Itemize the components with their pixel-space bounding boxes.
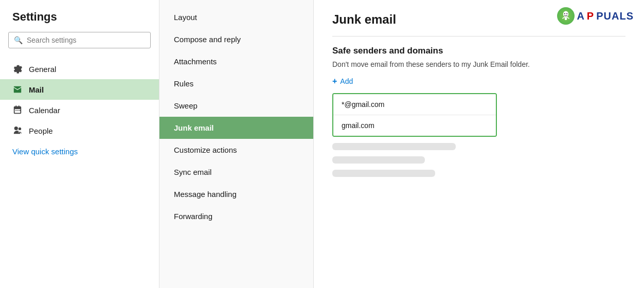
sidebar-label-mail: Mail bbox=[29, 85, 44, 94]
email-list: *@gmail.com gmail.com bbox=[332, 93, 497, 137]
email-entry-0[interactable]: *@gmail.com bbox=[333, 94, 496, 115]
appuals-avatar-icon bbox=[557, 7, 575, 25]
sidebar-label-calendar: Calendar bbox=[29, 106, 60, 115]
main-content: A P PUALS Junk email Safe senders and do… bbox=[314, 0, 644, 288]
sidebar-label-general: General bbox=[29, 65, 56, 74]
svg-point-1 bbox=[564, 13, 565, 14]
middle-nav: Layout Compose and reply Attachments Rul… bbox=[159, 0, 314, 288]
middle-nav-sweep[interactable]: Sweep bbox=[159, 95, 313, 117]
gear-icon bbox=[12, 64, 23, 74]
middle-nav-layout[interactable]: Layout bbox=[159, 6, 313, 28]
sidebar-item-people[interactable]: People bbox=[0, 120, 159, 141]
plus-icon: + bbox=[332, 77, 337, 86]
appuals-watermark: A P PUALS bbox=[557, 7, 634, 25]
appuals-text2: P bbox=[587, 10, 594, 22]
middle-nav-junk[interactable]: Junk email bbox=[159, 117, 313, 139]
appuals-text3: PUALS bbox=[596, 10, 634, 22]
section-description: Don't move email from these senders to m… bbox=[332, 60, 625, 68]
mail-icon bbox=[12, 84, 23, 95]
middle-nav-forwarding[interactable]: Forwarding bbox=[159, 205, 313, 227]
view-quick-settings-link[interactable]: View quick settings bbox=[0, 142, 159, 161]
blurred-line-1 bbox=[332, 143, 456, 150]
sidebar-item-general[interactable]: General bbox=[0, 59, 159, 79]
appuals-text: A bbox=[577, 10, 584, 22]
middle-nav-message[interactable]: Message handling bbox=[159, 183, 313, 205]
sidebar-label-people: People bbox=[29, 127, 53, 135]
add-button[interactable]: + Add bbox=[332, 77, 353, 86]
sidebar: Settings 🔍 General Mail Calendar bbox=[0, 0, 159, 288]
blurred-line-3 bbox=[332, 170, 435, 177]
email-entry-1[interactable]: gmail.com bbox=[333, 115, 496, 136]
people-icon bbox=[12, 125, 23, 136]
calendar-icon bbox=[12, 105, 23, 115]
middle-nav-customize[interactable]: Customize actions bbox=[159, 139, 313, 161]
sidebar-title: Settings bbox=[0, 10, 159, 32]
search-input[interactable] bbox=[27, 36, 145, 44]
middle-nav-sync[interactable]: Sync email bbox=[159, 161, 313, 183]
add-label: Add bbox=[340, 77, 353, 85]
blurred-line-2 bbox=[332, 156, 425, 164]
sidebar-item-mail[interactable]: Mail bbox=[0, 79, 159, 100]
svg-point-2 bbox=[567, 13, 568, 14]
svg-rect-3 bbox=[565, 17, 567, 20]
search-icon: 🔍 bbox=[14, 36, 23, 44]
sidebar-item-calendar[interactable]: Calendar bbox=[0, 100, 159, 120]
middle-nav-compose[interactable]: Compose and reply bbox=[159, 28, 313, 50]
middle-nav-rules[interactable]: Rules bbox=[159, 73, 313, 95]
middle-nav-attachments[interactable]: Attachments bbox=[159, 50, 313, 73]
section-title: Safe senders and domains bbox=[332, 46, 625, 56]
title-divider bbox=[332, 36, 625, 37]
search-box[interactable]: 🔍 bbox=[8, 32, 151, 48]
